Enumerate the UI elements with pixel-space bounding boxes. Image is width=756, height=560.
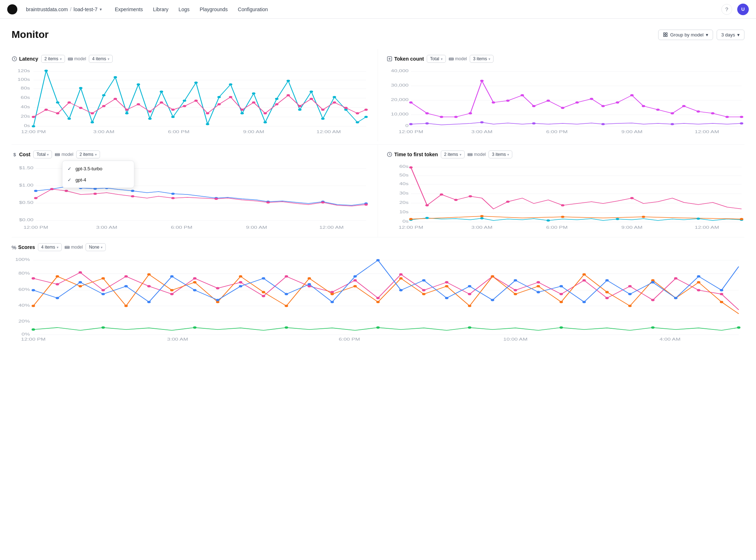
svg-text:10:00 AM: 10:00 AM [503,337,527,341]
svg-point-266 [147,273,151,276]
svg-point-160 [50,188,54,190]
ttft-model-label: model [468,152,486,157]
svg-point-283 [536,285,540,288]
nav-configuration[interactable]: Configuration [238,6,268,12]
svg-point-23 [56,101,60,104]
svg-point-78 [344,107,348,109]
svg-point-291 [720,301,724,303]
svg-text:3:00 AM: 3:00 AM [96,226,117,229]
latency-model-filter[interactable]: 4 items ▾ [89,55,113,63]
svg-point-114 [616,101,620,104]
svg-point-210 [740,218,743,220]
nav-experiments[interactable]: Experiments [115,6,143,12]
svg-point-104 [480,80,484,82]
svg-point-257 [651,299,655,301]
svg-point-50 [364,116,368,118]
svg-rect-6 [68,59,72,60]
svg-point-297 [147,301,151,303]
svg-point-303 [284,293,288,296]
svg-rect-87 [449,58,453,59]
svg-point-66 [206,112,209,114]
svg-point-262 [56,275,59,278]
svg-point-276 [376,301,380,303]
svg-point-230 [32,277,35,280]
svg-point-30 [137,83,140,86]
svg-text:$0.50: $0.50 [19,201,34,205]
svg-text:10,000: 10,000 [391,112,409,116]
svg-point-159 [34,197,38,199]
svg-point-207 [480,215,484,217]
svg-point-233 [101,289,105,292]
svg-point-324 [101,327,105,329]
svg-text:$: $ [13,152,16,157]
cost-model-filter[interactable]: 2 items ▾ [76,150,100,158]
clock-icon [387,152,392,157]
svg-point-328 [468,327,472,329]
token-count-total-filter[interactable]: Total ▾ [427,55,446,63]
svg-point-326 [284,327,288,329]
svg-point-235 [147,285,151,288]
nav-library[interactable]: Library [153,6,169,12]
latency-title: Latency [12,56,38,62]
svg-point-41 [264,121,267,123]
svg-point-268 [193,281,197,284]
svg-point-331 [737,327,740,329]
scores-model-filter[interactable]: None ▾ [86,243,106,251]
svg-point-290 [697,281,700,284]
svg-point-21 [32,125,35,127]
svg-point-106 [506,100,510,102]
group-by-chevron-icon: ▾ [706,32,708,38]
svg-rect-2 [664,35,665,36]
svg-text:12:00 PM: 12:00 PM [21,337,45,341]
svg-point-312 [491,299,494,301]
svg-point-76 [321,109,325,111]
svg-text:60s: 60s [21,96,30,100]
svg-text:80%: 80% [18,271,30,275]
nav-playgrounds[interactable]: Playgrounds [200,6,228,12]
svg-point-260 [720,293,724,296]
days-filter-button[interactable]: 3 days ▾ [717,30,744,40]
svg-point-274 [330,293,334,296]
page-content: Monitor Group by model ▾ 3 days ▾ Latenc… [0,19,756,356]
cost-total-filter[interactable]: Total ▾ [33,150,52,158]
logo-icon[interactable] [7,4,17,14]
breadcrumb-chevron-icon[interactable]: ▾ [100,7,102,12]
svg-text:3:00 AM: 3:00 AM [93,130,114,134]
svg-point-241 [284,275,288,278]
svg-text:50s: 50s [399,173,409,177]
scores-model-label: model [65,245,83,250]
ttft-items-filter[interactable]: 2 items ▾ [441,150,465,158]
group-by-model-button[interactable]: Group by model ▾ [658,30,713,40]
svg-text:12:00 AM: 12:00 AM [695,130,719,134]
svg-point-325 [193,327,197,329]
nav-logs[interactable]: Logs [179,6,190,12]
svg-text:20%: 20% [18,319,30,323]
svg-point-42 [275,98,279,100]
svg-point-69 [240,109,244,111]
svg-text:6:00 PM: 6:00 PM [546,226,568,229]
svg-rect-1 [666,33,667,34]
ttft-model-filter[interactable]: 3 items ▾ [488,150,512,158]
latency-model-label: model [68,56,86,61]
svg-point-53 [56,112,60,114]
dropdown-item-gpt4[interactable]: ✓ gpt-4 [62,174,134,185]
avatar[interactable]: U [737,4,749,15]
cost-model-dropdown[interactable]: ✓ gpt-3.5-turbo ✓ gpt-4 [62,161,134,188]
svg-point-27 [102,94,106,96]
svg-point-298 [170,275,174,278]
svg-point-164 [171,197,175,199]
svg-point-46 [321,118,325,120]
model-icon4 [468,152,473,157]
svg-text:12:00 PM: 12:00 PM [399,130,423,134]
token-count-model-filter[interactable]: 3 items ▾ [470,55,494,63]
scores-items-filter[interactable]: 4 items ▾ [38,243,62,251]
latency-items-filter[interactable]: 2 items ▾ [41,55,65,63]
dropdown-item-gpt35[interactable]: ✓ gpt-3.5-turbo [62,163,134,174]
svg-text:3:00 AM: 3:00 AM [471,130,492,134]
help-button[interactable]: ? [721,4,732,15]
svg-point-28 [114,76,117,78]
svg-point-49 [356,121,359,123]
svg-point-119 [682,105,686,107]
svg-point-115 [630,94,634,96]
svg-text:6:00 PM: 6:00 PM [546,130,568,134]
